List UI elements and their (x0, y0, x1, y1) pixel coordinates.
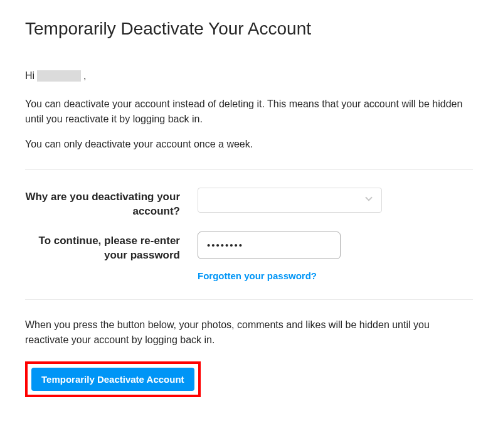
greeting-prefix: Hi (25, 70, 34, 82)
intro-paragraph-2: You can only deactivate your account onc… (25, 137, 473, 152)
username-redacted (37, 70, 81, 82)
divider-bottom (25, 299, 473, 300)
deactivate-button[interactable]: Temporarily Deactivate Account (31, 368, 194, 391)
password-input[interactable] (198, 232, 341, 259)
reason-label: Why are you deactivating your account? (25, 188, 198, 219)
greeting-suffix: , (83, 70, 86, 82)
password-row: To continue, please re-enter your passwo… (25, 232, 473, 282)
footer-note: When you press the button below, your ph… (25, 317, 473, 348)
page-title: Temporarily Deactivate Your Account (25, 19, 473, 39)
reason-select[interactable] (198, 188, 382, 213)
password-label: To continue, please re-enter your passwo… (25, 232, 198, 263)
highlight-annotation: Temporarily Deactivate Account (25, 361, 201, 397)
intro-paragraph-1: You can deactivate your account instead … (25, 97, 473, 127)
forgot-password-link[interactable]: Forgotten your password? (198, 270, 317, 281)
reason-select-wrap (198, 188, 382, 213)
greeting-line: Hi , (25, 70, 473, 82)
reason-row: Why are you deactivating your account? (25, 188, 473, 219)
divider-top (25, 169, 473, 170)
